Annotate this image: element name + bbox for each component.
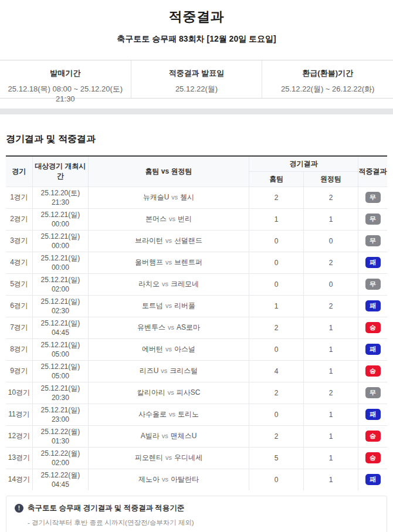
table-row: 8경기 25.12.21(일) 05:00 에버턴vs아스널 0 1 패 <box>6 338 387 360</box>
game-no-cell: 13경기 <box>6 447 32 469</box>
match-teams-cell: 제노아vs아탈란타 <box>88 469 249 490</box>
game-no-cell: 4경기 <box>6 252 32 273</box>
away-team-name: 리버풀 <box>174 301 195 310</box>
home-score-cell: 0 <box>249 469 304 490</box>
home-team-name: 본머스 <box>145 215 167 223</box>
away-team-name: 토리노 <box>178 410 199 418</box>
vs-label: vs <box>163 302 174 309</box>
result-date-label: 적중결과 발표일 <box>131 68 262 79</box>
away-team-name: 아탈란타 <box>171 475 199 483</box>
result-badge: 무 <box>365 387 381 398</box>
results-table: 경기 대상경기 개최시간 홈팀 vs 원정팀 경기결과 적중결과 홈팀 원정팀 … <box>6 157 387 490</box>
match-teams-cell: 울버햄프vs브렌트퍼 <box>88 252 249 273</box>
vs-label: vs <box>167 215 178 222</box>
game-no-cell: 6경기 <box>6 295 32 317</box>
home-score-cell: 4 <box>249 360 304 382</box>
hit-result-cell: 승 <box>358 425 387 447</box>
hit-result-cell: 승 <box>358 447 387 469</box>
sale-period-value: 25.12.18(목) 08:00 ~ 25.12.20(토) 21:30 <box>0 84 131 103</box>
header-home-team: 홈팀 <box>249 171 304 187</box>
result-badge: 무 <box>365 235 381 246</box>
home-score-cell: 0 <box>249 338 304 360</box>
match-time-cell: 25.12.21(일) 00:00 <box>32 252 88 273</box>
match-time-cell: 25.12.21(일) 02:00 <box>32 273 88 295</box>
vs-label: vs <box>167 411 178 418</box>
match-time-cell: 25.12.21(일) 05:00 <box>32 360 88 382</box>
table-row: 13경기 25.12.22(월) 02:00 피오렌티vs우디네세 5 1 승 <box>6 447 387 469</box>
away-score-cell: 1 <box>304 469 358 490</box>
hit-result-cell: 패 <box>358 295 387 317</box>
table-row: 14경기 25.12.22(월) 04:45 제노아vs아탈란타 0 1 패 <box>6 469 387 490</box>
home-score-cell: 2 <box>249 425 304 447</box>
home-score-cell: 0 <box>249 404 304 425</box>
away-team-name: 첼시 <box>180 193 194 201</box>
game-no-cell: 12경기 <box>6 425 32 447</box>
away-score-cell: 1 <box>304 338 358 360</box>
hit-result-cell: 승 <box>358 360 387 382</box>
game-no-cell: 9경기 <box>6 360 32 382</box>
hit-result-cell: 무 <box>358 273 387 295</box>
home-score-cell: 1 <box>249 295 304 317</box>
home-team-name: 칼리아리 <box>137 388 165 397</box>
home-team-name: A빌라 <box>141 432 160 440</box>
game-no-cell: 2경기 <box>6 208 32 230</box>
game-no-cell: 5경기 <box>6 273 32 295</box>
home-team-name: 사수올로 <box>138 410 167 418</box>
result-badge: 승 <box>365 431 381 442</box>
result-badge: 패 <box>365 300 381 311</box>
away-score-cell: 0 <box>304 230 358 252</box>
hit-result-cell: 패 <box>358 469 387 490</box>
home-score-cell: 2 <box>249 187 304 208</box>
match-teams-cell: 리즈Uvs크리스털 <box>88 360 249 382</box>
refund-period-value: 25.12.22(월) ~ 26.12.22(화) <box>262 84 393 94</box>
away-score-cell: 1 <box>304 425 358 447</box>
vs-label: vs <box>169 194 180 201</box>
result-badge: 무 <box>365 214 381 225</box>
match-time-cell: 25.12.21(일) 00:00 <box>32 208 88 230</box>
vs-label: vs <box>163 237 174 244</box>
info-cell-result-date: 적중결과 발표일 25.12.22(월) <box>131 60 262 98</box>
results-table-body: 1경기 25.12.20(토) 21:30 뉴캐슬Uvs첼시 2 2 무 2경기… <box>6 187 387 490</box>
table-row: 4경기 25.12.21(일) 00:00 울버햄프vs브렌트퍼 0 2 패 <box>6 252 387 273</box>
info-cell-sale-period: 발매기간 25.12.18(목) 08:00 ~ 25.12.20(토) 21:… <box>0 60 131 98</box>
game-no-cell: 1경기 <box>6 187 32 208</box>
sale-period-label: 발매기간 <box>0 68 131 79</box>
result-badge: 무 <box>365 192 381 203</box>
table-row: 6경기 25.12.21(일) 02:30 토트넘vs리버풀 1 2 패 <box>6 295 387 317</box>
table-row: 9경기 25.12.21(일) 05:00 리즈Uvs크리스털 4 1 승 <box>6 360 387 382</box>
away-score-cell: 1 <box>304 447 358 469</box>
table-row: 12경기 25.12.22(월) 01:30 A빌라vs맨체스U 2 1 승 <box>6 425 387 447</box>
info-cell-refund-period: 환급(환불)기간 25.12.22(월) ~ 26.12.22(화) <box>262 60 393 98</box>
home-team-name: 브라이턴 <box>135 236 163 245</box>
home-score-cell: 0 <box>249 252 304 273</box>
hit-result-cell: 무 <box>358 382 387 404</box>
game-no-cell: 8경기 <box>6 338 32 360</box>
result-badge: 패 <box>365 409 381 420</box>
vs-label: vs <box>163 345 174 353</box>
away-score-cell: 1 <box>304 317 358 338</box>
header-match-result: 경기결과 <box>249 157 358 171</box>
home-team-name: 피오렌티 <box>135 453 163 462</box>
match-teams-cell: 칼리아리vs피사SC <box>88 382 249 404</box>
home-team-name: 리즈U <box>140 367 159 375</box>
header-away-team: 원정팀 <box>304 171 358 187</box>
home-team-name: 뉴캐슬U <box>143 193 170 201</box>
game-no-cell: 7경기 <box>6 317 32 338</box>
match-teams-cell: A빌라vs맨체스U <box>88 425 249 447</box>
result-badge: 승 <box>365 322 381 333</box>
vs-label: vs <box>165 389 177 396</box>
away-score-cell: 2 <box>304 382 358 404</box>
away-team-name: 브렌트퍼 <box>174 258 202 266</box>
home-team-name: 울버햄프 <box>135 258 163 266</box>
hit-result-cell: 승 <box>358 317 387 338</box>
home-team-name: 유벤투스 <box>137 323 165 331</box>
match-time-cell: 25.12.21(일) 05:00 <box>32 338 88 360</box>
vs-label: vs <box>158 367 170 374</box>
vs-label: vs <box>165 324 177 331</box>
result-badge: 무 <box>365 279 381 290</box>
results-table-head: 경기 대상경기 개최시간 홈팀 vs 원정팀 경기결과 적중결과 홈팀 원정팀 <box>6 157 387 187</box>
table-row: 7경기 25.12.21(일) 04:45 유벤투스vsAS로마 2 1 승 <box>6 317 387 338</box>
away-team-name: 선덜랜드 <box>174 236 202 245</box>
home-score-cell: 2 <box>249 317 304 338</box>
game-no-cell: 14경기 <box>6 469 32 490</box>
